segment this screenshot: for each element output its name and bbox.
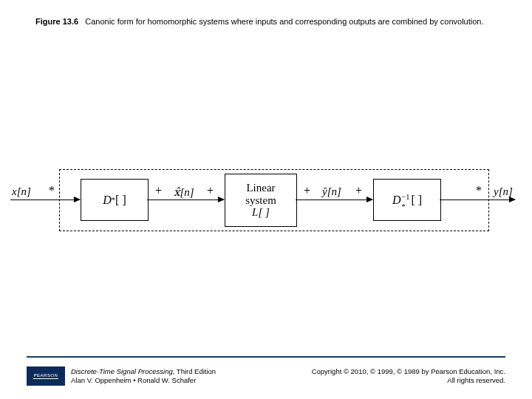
block2-line1: Linear bbox=[245, 182, 276, 194]
input-signal-label: x[n] bbox=[12, 185, 31, 198]
signal-xhat-label: x̂[n] bbox=[174, 185, 194, 199]
figure-caption: Figure 13.6 Canonic form for homomorphic… bbox=[35, 16, 497, 27]
book-metadata: Discrete-Time Signal Processing, Third E… bbox=[71, 367, 216, 386]
op-plus: + bbox=[155, 184, 162, 197]
op-plus: + bbox=[355, 184, 362, 197]
footer-divider bbox=[27, 356, 505, 358]
block1-brackets: [ ] bbox=[115, 194, 126, 207]
wire bbox=[440, 200, 515, 200]
block2-line3: L[ ] bbox=[245, 206, 276, 219]
op-plus: + bbox=[207, 184, 214, 197]
book-authors: Alan V. Oppenheim • Ronald W. Schafer bbox=[71, 376, 216, 385]
publisher-logo: PEARSON bbox=[27, 366, 65, 386]
book-title: Discrete-Time Signal Processing bbox=[71, 367, 173, 375]
block-characteristic-inverse: D−1*[ ] bbox=[373, 179, 441, 221]
rights-line: All rights reserved. bbox=[312, 376, 505, 385]
block3-brackets: [ ] bbox=[411, 194, 422, 207]
figure-label: Figure 13.6 bbox=[35, 17, 78, 26]
block-characteristic-forward: D*[ ] bbox=[81, 179, 149, 221]
wire bbox=[296, 200, 372, 200]
block-diagram: x[n] * D*[ ] + x̂[n] + Linear system L[ … bbox=[10, 166, 522, 233]
output-signal-label: y[n] bbox=[494, 185, 513, 198]
block1-symbol: D bbox=[103, 194, 112, 207]
block3-symbol: D bbox=[392, 194, 401, 207]
footer: PEARSON Discrete-Time Signal Processing,… bbox=[27, 366, 505, 386]
wire bbox=[147, 200, 224, 200]
signal-yhat-label: ŷ[n] bbox=[322, 185, 341, 198]
copyright-line: Copyright © 2010, © 1999, © 1989 by Pear… bbox=[312, 367, 505, 376]
arrowhead bbox=[218, 197, 225, 202]
op-plus: + bbox=[304, 184, 310, 197]
input-operator: * bbox=[49, 184, 55, 197]
block3-sub: * bbox=[401, 202, 405, 211]
block3-super: −1 bbox=[401, 193, 409, 201]
output-operator: * bbox=[476, 184, 482, 197]
block-linear-system: Linear system L[ ] bbox=[225, 174, 297, 227]
book-edition: , Third Edition bbox=[173, 367, 216, 375]
block2-line2: system bbox=[245, 194, 276, 207]
arrowhead bbox=[74, 197, 81, 202]
arrowhead bbox=[366, 197, 373, 202]
publisher-name: PEARSON bbox=[34, 373, 58, 378]
figure-caption-text: Canonic form for homomorphic systems whe… bbox=[85, 17, 483, 26]
wire bbox=[10, 200, 80, 200]
